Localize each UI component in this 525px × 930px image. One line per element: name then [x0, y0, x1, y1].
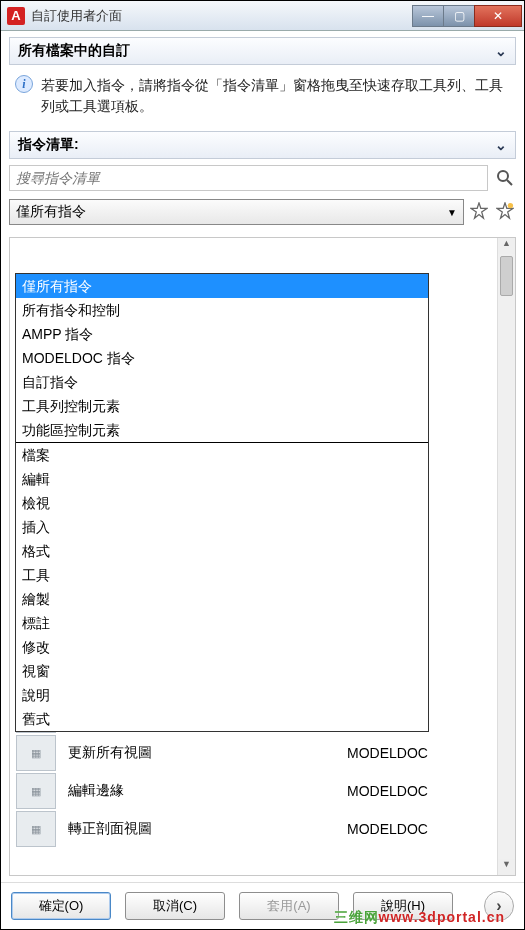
collapse-icon[interactable]: ⌄	[495, 43, 507, 59]
dropdown-option[interactable]: 工具列控制元素	[16, 394, 428, 418]
table-row[interactable]: ▦轉正剖面視圖MODELDOC	[10, 810, 497, 848]
dropdown-option[interactable]: 修改	[16, 635, 428, 659]
section-command-list-title: 指令清單:	[18, 136, 79, 154]
dropdown-option[interactable]: 僅所有指令	[16, 274, 428, 298]
command-name: 更新所有視圖	[62, 744, 347, 762]
category-combobox[interactable]: 僅所有指令 ▼	[9, 199, 464, 225]
svg-line-1	[507, 180, 512, 185]
table-row[interactable]: ▦編輯邊緣MODELDOC	[10, 772, 497, 810]
dropdown-option[interactable]: 插入	[16, 515, 428, 539]
command-source: MODELDOC	[347, 783, 497, 799]
dropdown-option[interactable]: AMPP 指令	[16, 322, 428, 346]
info-text: 若要加入指令，請將指令從「指令清單」窗格拖曳至快速存取工具列、工具列或工具選項板…	[41, 75, 510, 117]
command-icon: ▦	[16, 811, 56, 847]
svg-point-4	[508, 203, 513, 208]
watermark: 三维网www.3dportal.cn	[334, 909, 506, 927]
dropdown-option[interactable]: 舊式	[16, 707, 428, 731]
command-icon: ▦	[16, 735, 56, 771]
dropdown-option[interactable]: 檔案	[16, 443, 428, 467]
content-area: 所有檔案中的自訂 ⌄ i 若要加入指令，請將指令從「指令清單」窗格拖曳至快速存取…	[1, 31, 524, 882]
dropdown-option[interactable]: 編輯	[16, 467, 428, 491]
dropdown-option[interactable]: 功能區控制元素	[16, 418, 428, 442]
svg-point-0	[498, 171, 508, 181]
command-icon: ▦	[16, 773, 56, 809]
dropdown-option[interactable]: 視窗	[16, 659, 428, 683]
vertical-scrollbar[interactable]: ▲ ▼	[497, 238, 515, 875]
info-panel: i 若要加入指令，請將指令從「指令清單」窗格拖曳至快速存取工具列、工具列或工具選…	[9, 65, 516, 131]
dropdown-option[interactable]: 說明	[16, 683, 428, 707]
app-icon: A	[7, 7, 25, 25]
command-source: MODELDOC	[347, 821, 497, 837]
command-name: 轉正剖面視圖	[62, 820, 347, 838]
dropdown-option[interactable]: 檢視	[16, 491, 428, 515]
dropdown-option[interactable]: 工具	[16, 563, 428, 587]
section-command-list-header[interactable]: 指令清單: ⌄	[9, 131, 516, 159]
dropdown-option[interactable]: 自訂指令	[16, 370, 428, 394]
favorite-icon[interactable]	[470, 202, 490, 222]
cancel-button[interactable]: 取消(C)	[125, 892, 225, 920]
maximize-button[interactable]: ▢	[443, 5, 475, 27]
info-icon: i	[15, 75, 33, 93]
search-row	[9, 165, 516, 191]
window-title: 自訂使用者介面	[31, 7, 413, 25]
new-favorite-icon[interactable]	[496, 202, 516, 222]
cui-dialog: A 自訂使用者介面 — ▢ ✕ 所有檔案中的自訂 ⌄ i 若要加入指令，請將指令…	[0, 0, 525, 930]
search-input[interactable]	[9, 165, 488, 191]
window-buttons: — ▢ ✕	[413, 5, 522, 27]
ok-button[interactable]: 確定(O)	[11, 892, 111, 920]
category-dropdown-list[interactable]: 僅所有指令所有指令和控制AMPP 指令MODELDOC 指令自訂指令工具列控制元…	[15, 273, 429, 732]
chevron-down-icon: ▼	[447, 207, 457, 218]
minimize-button[interactable]: —	[412, 5, 444, 27]
collapse-icon[interactable]: ⌄	[495, 137, 507, 153]
dropdown-option[interactable]: 繪製	[16, 587, 428, 611]
table-row[interactable]: ▦更新所有視圖MODELDOC	[10, 734, 497, 772]
dropdown-option[interactable]: MODELDOC 指令	[16, 346, 428, 370]
section-all-files-title: 所有檔案中的自訂	[18, 42, 130, 60]
titlebar: A 自訂使用者介面 — ▢ ✕	[1, 1, 524, 31]
scroll-down-icon[interactable]: ▼	[498, 859, 515, 875]
apply-button: 套用(A)	[239, 892, 339, 920]
dropdown-option[interactable]: 標註	[16, 611, 428, 635]
svg-marker-2	[471, 203, 487, 218]
scroll-thumb[interactable]	[500, 256, 513, 296]
combobox-value: 僅所有指令	[16, 203, 86, 221]
command-source: MODELDOC	[347, 745, 497, 761]
command-name: 編輯邊緣	[62, 782, 347, 800]
filter-row: 僅所有指令 ▼	[9, 199, 516, 225]
search-icon[interactable]	[494, 167, 516, 189]
section-all-files-header[interactable]: 所有檔案中的自訂 ⌄	[9, 37, 516, 65]
scroll-up-icon[interactable]: ▲	[498, 238, 515, 254]
close-button[interactable]: ✕	[474, 5, 522, 27]
dropdown-option[interactable]: 所有指令和控制	[16, 298, 428, 322]
dropdown-option[interactable]: 格式	[16, 539, 428, 563]
